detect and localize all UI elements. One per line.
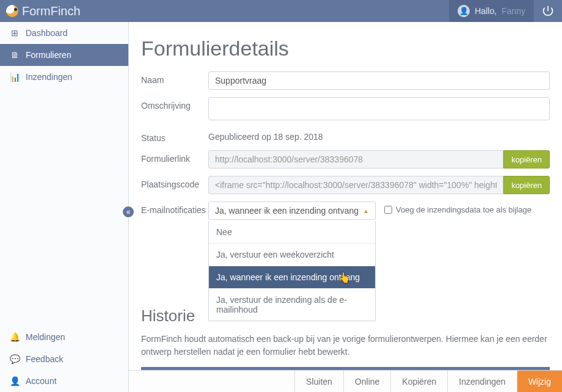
- sidebar-item-label: Feedback: [26, 354, 63, 364]
- sidebar-item-label: Inzendingen: [26, 72, 72, 82]
- brand-logo-icon: [6, 5, 18, 17]
- cursor-hand-icon: 👆: [338, 272, 351, 283]
- brand[interactable]: FormFinch: [0, 4, 81, 18]
- submissions-icon: 📊: [10, 72, 20, 82]
- email-option-weekoverzicht[interactable]: Ja, verstuur een weekoverzicht: [209, 244, 375, 266]
- attachment-checkbox[interactable]: [384, 206, 392, 214]
- page-title: Formulierdetails: [141, 37, 550, 60]
- attachment-checkbox-label[interactable]: Voeg de inzendingsdata toe als bijlage: [384, 201, 531, 214]
- email-option-emailinhoud[interactable]: Ja, verstuur de inzending als de e-maili…: [209, 289, 375, 321]
- brand-name: FormFinch: [22, 4, 81, 18]
- dashboard-icon: ⊞: [10, 28, 20, 38]
- sidebar: ⊞ Dashboard 🗎 Formulieren 📊 Inzendingen …: [0, 22, 129, 392]
- email-option-nee[interactable]: Nee: [209, 221, 375, 244]
- avatar-icon: 👤: [458, 5, 470, 17]
- select-value: Ja, wanneer ik een inzending ontvang: [215, 206, 359, 216]
- sidebar-item-label: Formulieren: [26, 50, 71, 60]
- formulierlink-input[interactable]: [208, 150, 503, 169]
- sidebar-item-account[interactable]: 👤 Account: [0, 370, 128, 392]
- user-greeting: Hallo,: [475, 6, 497, 16]
- online-button[interactable]: Online: [343, 371, 390, 392]
- forms-icon: 🗎: [10, 50, 20, 60]
- email-option-inzending-ontvang[interactable]: Ja, wanneer ik een inzending ontvang 👆: [209, 266, 375, 289]
- emailnotificaties-dropdown: Nee Ja, verstuur een weekoverzicht Ja, w…: [208, 221, 376, 321]
- caret-up-icon: ▲: [363, 208, 369, 214]
- power-icon: [542, 5, 554, 17]
- status-value: Gepubliceerd op 18 sep. 2018: [208, 129, 550, 142]
- omschrijving-input[interactable]: [208, 97, 550, 120]
- sluiten-button[interactable]: Sluiten: [294, 371, 343, 392]
- copy-embed-button[interactable]: kopiëren: [503, 176, 550, 194]
- copy-link-button[interactable]: kopiëren: [503, 150, 550, 169]
- main-content: Formulierdetails Naam Omschrijving Statu…: [129, 22, 562, 392]
- sidebar-item-label: Meldingen: [26, 332, 65, 342]
- emailnotificaties-select[interactable]: Ja, wanneer ik een inzending ontvang ▲: [208, 201, 376, 220]
- sidebar-item-formulieren[interactable]: 🗎 Formulieren: [0, 44, 128, 66]
- user-menu[interactable]: 👤 Hallo, Fanny: [449, 0, 534, 22]
- sidebar-item-meldingen[interactable]: 🔔 Meldingen: [0, 326, 128, 348]
- user-name: Fanny: [502, 6, 525, 16]
- attachment-label-text: Voeg de inzendingsdata toe als bijlage: [396, 205, 531, 214]
- naam-input[interactable]: [208, 71, 550, 90]
- status-label: Status: [141, 129, 208, 143]
- speech-icon: 💬: [10, 354, 20, 364]
- bell-icon: 🔔: [10, 332, 20, 342]
- plaatsingscode-label: Plaatsingscode: [141, 176, 208, 189]
- inzendingen-button[interactable]: Inzendingen: [447, 371, 516, 392]
- omschrijving-label: Omschrijving: [141, 97, 208, 111]
- sidebar-item-dashboard[interactable]: ⊞ Dashboard: [0, 22, 128, 44]
- emailnotificaties-label: E-mailnotificaties: [141, 201, 208, 215]
- user-icon: 👤: [10, 376, 20, 386]
- sidebar-item-label: Dashboard: [26, 28, 68, 38]
- historie-desc: FormFinch houdt automatisch een back-up …: [141, 333, 550, 358]
- naam-label: Naam: [141, 71, 208, 85]
- wijzig-button[interactable]: Wijzig: [517, 371, 562, 392]
- formulierlink-label: Formulierlink: [141, 150, 208, 164]
- sidebar-item-inzendingen[interactable]: 📊 Inzendingen: [0, 66, 128, 88]
- topbar: FormFinch 👤 Hallo, Fanny: [0, 0, 562, 22]
- kopieren-button[interactable]: Kopiëren: [390, 371, 447, 392]
- logout-button[interactable]: [534, 0, 562, 22]
- bottom-action-bar: Sluiten Online Kopiëren Inzendingen Wijz…: [129, 370, 562, 392]
- sidebar-item-feedback[interactable]: 💬 Feedback: [0, 348, 128, 370]
- plaatsingscode-input[interactable]: [208, 176, 503, 194]
- sidebar-item-label: Account: [26, 376, 57, 386]
